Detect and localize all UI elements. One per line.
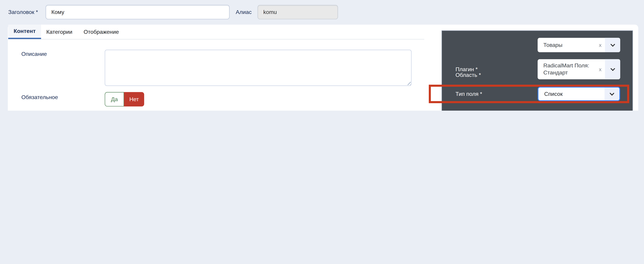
description-field xyxy=(105,50,412,86)
tab-content-label: Контент xyxy=(14,28,36,34)
description-label: Описание xyxy=(21,51,47,57)
area-select[interactable]: Товары x xyxy=(538,38,620,52)
title-label: Заголовок * xyxy=(8,5,38,19)
tabs-divider xyxy=(8,39,424,39)
chevron-down-icon xyxy=(610,66,615,71)
chevron-down-icon xyxy=(610,91,614,96)
tab-display-label: Отображение xyxy=(84,29,119,35)
alias-input xyxy=(258,5,338,19)
field-type-select-value: Список xyxy=(544,88,562,100)
clear-icon[interactable]: x xyxy=(599,43,602,48)
settings-panel: Область * Товары x Плагин * RadicalMart … xyxy=(442,30,633,111)
area-select-zone xyxy=(605,38,620,52)
plugin-select[interactable]: RadicalMart Поля: Стандарт x xyxy=(538,59,620,79)
plugin-select-value: RadicalMart Поля: Стандарт xyxy=(544,62,604,76)
required-yes-button[interactable]: Да xyxy=(105,92,124,106)
field-type-select-zone xyxy=(604,88,620,100)
area-select-value: Товары xyxy=(544,38,562,52)
clear-icon[interactable]: x xyxy=(599,67,602,72)
description-textarea[interactable] xyxy=(105,50,412,86)
tab-display[interactable]: Отображение xyxy=(78,25,125,39)
title-input[interactable] xyxy=(46,5,230,19)
tab-content[interactable]: Контент xyxy=(8,25,41,39)
required-no-button[interactable]: Нет xyxy=(124,92,144,106)
required-toggle: Да Нет xyxy=(105,92,144,106)
alias-label: Алиас xyxy=(236,5,252,19)
tab-categories-label: Категории xyxy=(46,29,72,35)
field-type-label: Тип поля * xyxy=(456,90,482,98)
plugin-label: Плагин * xyxy=(456,66,478,73)
page: Заголовок * Алиас Контент Категории Отоб… xyxy=(0,0,644,111)
plugin-select-zone xyxy=(605,59,620,79)
chevron-down-icon xyxy=(610,42,615,47)
tab-categories[interactable]: Категории xyxy=(41,25,78,39)
required-label: Обязательное xyxy=(21,94,58,100)
field-type-select[interactable]: Список xyxy=(538,87,620,101)
